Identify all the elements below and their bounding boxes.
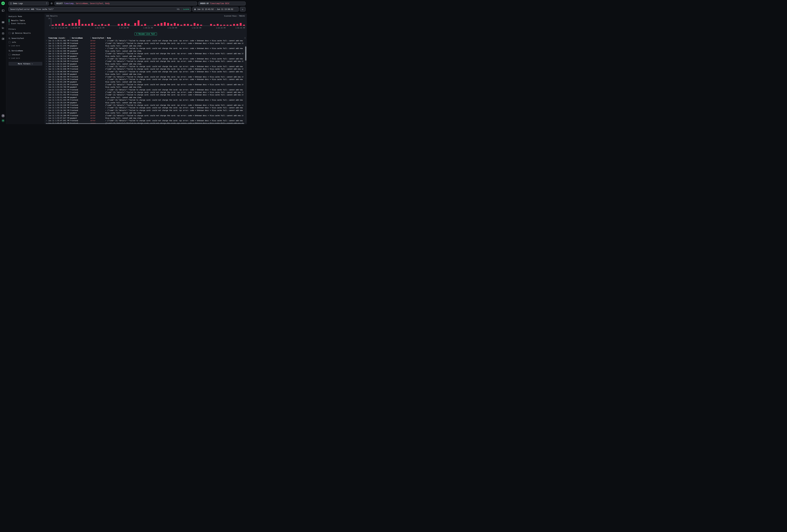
expand-row-icon[interactable]: > (46, 107, 48, 108)
log-row[interactable]: >Jun 11 1:55:16.302 PMfrontenderror×{"co… (46, 109, 246, 112)
expand-row-icon[interactable]: > (46, 102, 48, 103)
log-row[interactable]: >Jun 11 1:56:43.001 PMfrontenderror×{"co… (46, 47, 246, 49)
expand-row-icon[interactable]: > (46, 53, 48, 54)
log-row[interactable]: >Jun 11 1:55:59.767 PMfrontenderror×{"co… (46, 88, 246, 91)
log-row[interactable]: >Jun 11 1:55:07.841 PMfrontenderror×{"co… (46, 119, 246, 122)
histogram-bar[interactable] (88, 24, 90, 26)
histogram-bar[interactable] (230, 25, 232, 26)
log-row[interactable]: >Jun 11 1:56:03.252 PMfrontenderror{"cod… (46, 83, 246, 86)
log-row[interactable]: >Jun 11 1:55:07.827 PMpaymenterrorVisa c… (46, 117, 246, 119)
histogram-bar[interactable] (55, 24, 57, 26)
language-sql[interactable]: SQL (177, 8, 180, 10)
log-row[interactable]: >Jun 11 1:55:59.760 PMpaymenterrorVisa c… (46, 86, 246, 88)
expand-row-icon[interactable]: > (46, 60, 48, 62)
log-row[interactable]: >Jun 11 1:56:42.999 PMfrontenderror{"cod… (46, 52, 246, 55)
histogram-bar[interactable] (210, 24, 212, 26)
histogram-bar[interactable] (144, 24, 146, 26)
expand-row-icon[interactable]: > (46, 112, 48, 114)
denoise-checkbox[interactable] (8, 32, 10, 34)
filter-group-header[interactable]: SeverityText (8, 37, 42, 39)
filter-option-info[interactable]: info (8, 41, 42, 43)
histogram-bar[interactable] (128, 24, 130, 26)
column-header-timestamp[interactable]: Timestamp (Local) (48, 37, 70, 39)
expand-row-icon[interactable]: > (46, 40, 48, 41)
more-filters-button[interactable]: More filters (8, 62, 42, 66)
histogram-plot[interactable]: 24 0 (51, 19, 245, 26)
histogram-bar[interactable] (154, 25, 156, 26)
load-more-severitytext[interactable]: Load more (9, 45, 42, 47)
column-header-body[interactable]: Body (105, 37, 243, 39)
expand-row-icon[interactable]: > (46, 81, 48, 83)
histogram-bar[interactable] (68, 24, 70, 26)
log-row[interactable]: >Jun 11 1:56:32.843 PMpaymenterrorVisa c… (46, 63, 246, 65)
expand-row-icon[interactable]: > (46, 120, 48, 121)
histogram-bar[interactable] (217, 24, 219, 26)
filter-group-header[interactable]: ServiceName (8, 50, 42, 52)
expand-row-icon[interactable]: > (46, 63, 48, 65)
filter-checkbox[interactable] (8, 41, 10, 43)
denoise-results-option[interactable]: Denoise Results (8, 32, 42, 34)
histogram-bar[interactable] (164, 22, 166, 26)
log-row[interactable]: >Jun 11 1:55:59.765 PMfrontenderror{"cod… (46, 91, 246, 93)
column-resize-handle[interactable] (105, 37, 106, 39)
log-row[interactable]: >Jun 11 1:56:38.542 PMfrontenderror×{"co… (46, 58, 246, 60)
log-row[interactable]: >Jun 11 1:56:08.956 PMfrontenderror×{"co… (46, 70, 246, 73)
chart-explorer-icon[interactable] (2, 26, 4, 29)
source-selector[interactable]: Demo Logs (8, 2, 49, 5)
histogram-bar[interactable] (141, 25, 143, 26)
expand-row-icon[interactable]: > (46, 79, 48, 80)
filter-checkbox[interactable] (8, 54, 10, 56)
histogram-bar[interactable] (233, 24, 235, 26)
histogram-bar[interactable] (224, 25, 225, 26)
column-menu-icon[interactable]: ⋮ (243, 37, 246, 39)
histogram-bar[interactable] (197, 24, 199, 26)
gear-icon[interactable]: ⚙ (50, 2, 53, 5)
expand-row-icon[interactable]: > (46, 104, 48, 106)
histogram-bar[interactable] (220, 25, 222, 26)
column-header-servicename[interactable]: ServiceName (70, 37, 90, 39)
log-row[interactable]: >Jun 11 1:56:42.995 PMpaymenterrorVisa c… (46, 50, 246, 52)
histogram-bar[interactable] (177, 24, 179, 26)
histogram-bar[interactable] (105, 25, 106, 26)
log-row[interactable]: >Jun 11 1:56:32.849 PMfrontenderror×{"co… (46, 65, 246, 68)
log-row[interactable]: >Jun 11 1:55:16.296 PMpaymenterrorVisa c… (46, 112, 246, 114)
histogram-bar[interactable] (52, 25, 54, 26)
log-row[interactable]: >Jun 11 1:56:08.955 PMfrontenderror{"cod… (46, 76, 246, 78)
histogram-bar[interactable] (180, 25, 182, 26)
expand-row-icon[interactable]: > (46, 117, 48, 119)
vertical-scrollbar-thumb[interactable] (245, 46, 246, 61)
expand-row-icon[interactable]: > (46, 91, 48, 93)
language-toggle[interactable]: SQL | Lucene (177, 8, 189, 10)
log-row[interactable]: >Jun 11 1:56:38.540 PMfrontenderror{"cod… (46, 60, 246, 63)
sessions-icon[interactable] (2, 32, 4, 35)
expand-row-icon[interactable]: > (46, 68, 48, 70)
histogram-bar[interactable] (167, 23, 169, 26)
dashboards-icon[interactable] (2, 37, 4, 40)
histogram-bar[interactable] (121, 24, 123, 26)
log-row[interactable]: >Jun 11 1:56:03.254 PMfrontenderror×{"co… (46, 78, 246, 81)
histogram-bar[interactable] (190, 25, 192, 26)
histogram-bar[interactable] (94, 25, 97, 26)
expand-row-icon[interactable]: > (46, 58, 48, 60)
histogram-bar[interactable] (91, 23, 93, 26)
histogram-bar[interactable] (236, 24, 238, 26)
histogram-bar[interactable] (227, 25, 229, 26)
vertical-scrollbar[interactable] (245, 46, 247, 123)
expand-row-icon[interactable]: > (46, 56, 48, 57)
histogram-bar[interactable] (194, 23, 195, 26)
expand-row-icon[interactable]: > (46, 42, 48, 44)
expand-row-icon[interactable]: > (46, 97, 48, 98)
time-range-picker[interactable]: Jun 11 13:41:52 - Jun 11 13:56:52 (192, 7, 239, 12)
search-input[interactable]: SeverityText:error AND "Visa cache full"… (8, 7, 191, 12)
expand-row-icon[interactable]: > (46, 84, 48, 85)
log-row[interactable]: >Jun 11 1:56:03.248 PMpaymenterrorVisa c… (46, 81, 246, 83)
column-resize-handle[interactable] (90, 37, 91, 39)
column-resize-handle[interactable] (70, 37, 70, 39)
histogram-bar[interactable] (71, 23, 73, 26)
panel-toggle-icon[interactable] (2, 9, 4, 12)
expand-row-icon[interactable]: > (46, 109, 48, 111)
expand-row-icon[interactable]: > (46, 89, 48, 90)
expand-row-icon[interactable]: > (46, 99, 48, 101)
expand-row-icon[interactable]: > (46, 94, 48, 95)
expand-row-icon[interactable]: > (46, 50, 48, 52)
